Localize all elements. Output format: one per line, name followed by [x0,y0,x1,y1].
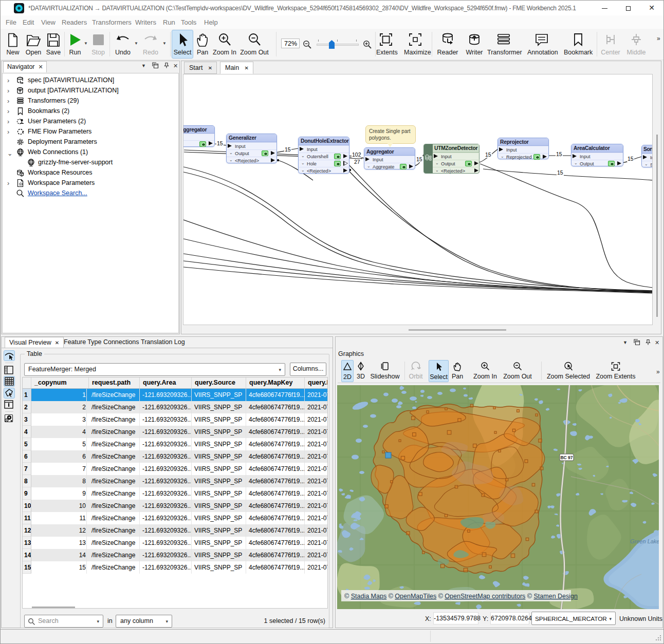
svg-text:Green Lake: Green Lake [630,538,659,544]
svg-text:BC 97: BC 97 [560,455,573,460]
svg-text:© Stadia Maps © OpenMapTiles ©: © Stadia Maps © OpenMapTiles © OpenStree… [344,593,578,600]
